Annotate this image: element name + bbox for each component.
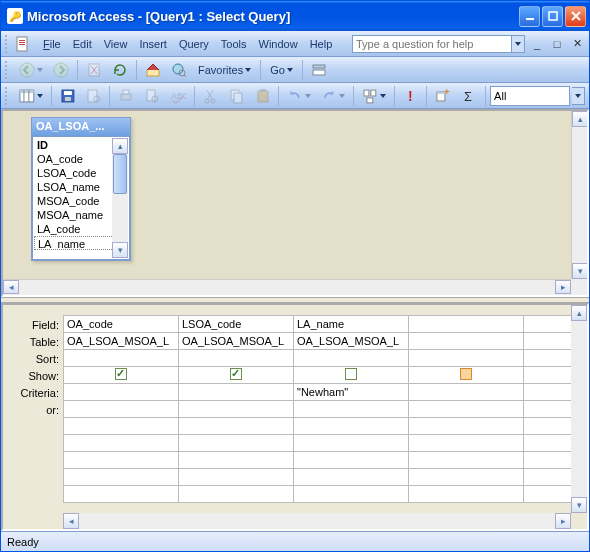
top-values-combo[interactable]: All xyxy=(490,86,570,106)
copy-icon[interactable] xyxy=(225,85,249,107)
file-search-icon[interactable] xyxy=(82,85,106,107)
table-cell[interactable] xyxy=(409,333,524,350)
favorites-button[interactable]: Favorites xyxy=(193,59,256,81)
criteria-cell[interactable] xyxy=(409,384,524,401)
show-table-button[interactable]: + xyxy=(431,85,455,107)
show-cell[interactable] xyxy=(179,367,294,384)
menu-help[interactable]: Help xyxy=(304,36,339,52)
minimize-button[interactable] xyxy=(519,6,540,27)
sort-cell[interactable] xyxy=(409,350,524,367)
table-pane[interactable]: OA_LSOA_... ID OA_code LSOA_code LSOA_na… xyxy=(1,109,589,297)
print-preview-icon[interactable] xyxy=(140,85,164,107)
show-checkbox[interactable] xyxy=(460,368,472,380)
doc-restore-button[interactable]: _ xyxy=(529,37,545,51)
pane-vscrollbar[interactable]: ▴ ▾ xyxy=(571,111,587,279)
paste-icon[interactable] xyxy=(251,85,275,107)
stop-icon[interactable] xyxy=(82,59,106,81)
field-cell[interactable]: LA_name xyxy=(294,316,409,333)
criteria-cell[interactable] xyxy=(179,384,294,401)
or-cell[interactable] xyxy=(64,418,179,435)
print-button[interactable] xyxy=(114,85,138,107)
criteria-cell[interactable] xyxy=(64,384,179,401)
back-button[interactable] xyxy=(15,59,47,81)
qbe-vscrollbar[interactable]: ▴ ▾ xyxy=(571,305,587,513)
scroll-right-button[interactable]: ▸ xyxy=(555,280,571,294)
menu-tools[interactable]: Tools xyxy=(215,36,253,52)
show-toolbar-icon[interactable] xyxy=(307,59,331,81)
table-cell[interactable]: OA_LSOA_MSOA_L xyxy=(179,333,294,350)
show-cell[interactable] xyxy=(294,367,409,384)
go-button[interactable]: Go xyxy=(265,59,298,81)
scroll-down-button[interactable]: ▾ xyxy=(571,497,587,513)
sort-cell[interactable] xyxy=(524,350,572,367)
view-button[interactable] xyxy=(15,85,47,107)
scroll-down-button[interactable]: ▾ xyxy=(572,263,588,279)
toolbar-grip[interactable] xyxy=(5,61,11,79)
refresh-icon[interactable] xyxy=(108,59,132,81)
or-cell[interactable] xyxy=(64,486,179,503)
cut-icon[interactable] xyxy=(199,85,223,107)
or-cell[interactable] xyxy=(64,435,179,452)
or-cell[interactable] xyxy=(64,452,179,469)
table-cell[interactable] xyxy=(524,333,572,350)
menu-query[interactable]: Query xyxy=(173,36,215,52)
show-checkbox[interactable] xyxy=(115,368,127,380)
field-list-scrollbar[interactable]: ▴ ▾ xyxy=(112,138,128,258)
field-cell[interactable]: LSOA_code xyxy=(179,316,294,333)
scroll-left-button[interactable]: ◂ xyxy=(63,513,79,529)
show-cell[interactable] xyxy=(524,367,572,384)
table-cell[interactable]: OA_LSOA_MSOA_L xyxy=(64,333,179,350)
pane-hscrollbar[interactable]: ◂ ▸ xyxy=(3,279,571,295)
help-search-dropdown[interactable] xyxy=(512,35,525,53)
criteria-cell[interactable]: "Newham" xyxy=(294,384,409,401)
totals-button[interactable]: Σ xyxy=(457,85,481,107)
maximize-button[interactable] xyxy=(542,6,563,27)
scroll-left-button[interactable]: ◂ xyxy=(3,280,19,294)
search-web-icon[interactable] xyxy=(167,59,191,81)
scroll-up-button[interactable]: ▴ xyxy=(571,305,587,321)
spellcheck-icon[interactable]: ABC xyxy=(166,85,190,107)
close-button[interactable] xyxy=(565,6,586,27)
scroll-right-button[interactable]: ▸ xyxy=(555,513,571,529)
forward-button[interactable] xyxy=(49,59,73,81)
menu-file[interactable]: File xyxy=(37,36,67,52)
doc-close-button[interactable]: ✕ xyxy=(569,37,585,51)
show-checkbox[interactable] xyxy=(230,368,242,380)
field-cell[interactable] xyxy=(409,316,524,333)
scroll-down-button[interactable]: ▾ xyxy=(112,242,128,258)
undo-button[interactable] xyxy=(283,85,315,107)
field-cell[interactable]: OA_code xyxy=(64,316,179,333)
sort-cell[interactable] xyxy=(64,350,179,367)
show-checkbox[interactable] xyxy=(345,368,357,380)
sort-cell[interactable] xyxy=(294,350,409,367)
menu-insert[interactable]: Insert xyxy=(133,36,173,52)
show-cell[interactable] xyxy=(64,367,179,384)
top-values-dropdown[interactable] xyxy=(572,87,585,105)
table-cell[interactable]: OA_LSOA_MSOA_L xyxy=(294,333,409,350)
help-search-input[interactable] xyxy=(352,35,512,53)
run-button[interactable]: ! xyxy=(399,85,423,107)
sort-cell[interactable] xyxy=(179,350,294,367)
toolbar-grip[interactable] xyxy=(5,87,11,105)
redo-button[interactable] xyxy=(317,85,349,107)
table-window[interactable]: OA_LSOA_... ID OA_code LSOA_code LSOA_na… xyxy=(31,117,131,261)
menu-edit[interactable]: Edit xyxy=(67,36,98,52)
doc-maximize-button[interactable]: □ xyxy=(549,37,565,51)
menu-window[interactable]: Window xyxy=(253,36,304,52)
scroll-up-button[interactable]: ▴ xyxy=(112,138,128,154)
home-icon[interactable] xyxy=(141,59,165,81)
toolbar-grip[interactable] xyxy=(5,35,11,53)
scroll-thumb[interactable] xyxy=(113,154,127,194)
or-cell[interactable] xyxy=(64,469,179,486)
qbe-grid[interactable]: OA_code LSOA_code LA_name OA_LSOA_MSOA_L… xyxy=(63,315,571,513)
table-window-title[interactable]: OA_LSOA_... xyxy=(32,118,130,136)
show-cell[interactable] xyxy=(409,367,524,384)
scroll-up-button[interactable]: ▴ xyxy=(572,111,588,127)
qbe-hscrollbar[interactable]: ◂ ▸ xyxy=(63,513,571,529)
criteria-cell[interactable] xyxy=(524,384,572,401)
save-button[interactable] xyxy=(56,85,80,107)
menu-view[interactable]: View xyxy=(98,36,134,52)
field-cell[interactable] xyxy=(524,316,572,333)
or-cell[interactable] xyxy=(64,401,179,418)
query-type-button[interactable] xyxy=(358,85,390,107)
